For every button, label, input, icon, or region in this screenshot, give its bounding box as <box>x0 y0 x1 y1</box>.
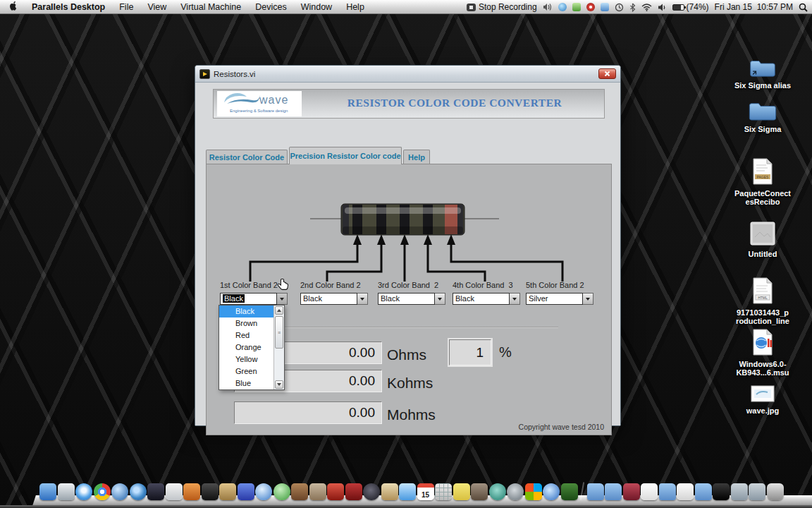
dock-icon-black-widget[interactable] <box>713 483 730 500</box>
spotlight-icon[interactable] <box>799 3 808 12</box>
bluetooth-icon[interactable] <box>629 3 636 12</box>
dropdown-option-red[interactable]: Red <box>219 329 273 341</box>
tab-help[interactable]: Help <box>403 150 430 164</box>
precision-tab-panel: 1st Color Band 2 2nd Color Band 2 3rd Co… <box>206 164 612 435</box>
dock-icon-stickies[interactable] <box>453 483 470 500</box>
folder-alias-icon <box>747 59 778 77</box>
dock-icon-safari[interactable] <box>75 483 92 500</box>
dropdown-option-orange[interactable]: Orange <box>219 341 273 353</box>
dock-icon-folder-3[interactable] <box>659 483 676 500</box>
desktop-icon-label: wave.jpg <box>729 406 796 415</box>
battery-icon <box>672 4 684 11</box>
dock-icon-gimp[interactable] <box>471 483 488 500</box>
dock-icon-green-app[interactable] <box>273 483 290 500</box>
dropdown-option-black[interactable]: Black <box>219 306 273 318</box>
dock-icon-sewing-machine[interactable] <box>309 483 326 500</box>
desktop-icon-paqueteconect[interactable]: PAGES PaqueteConect esRecibo <box>729 158 796 206</box>
dock-icon-app-window-1[interactable] <box>731 483 748 500</box>
battery-indicator[interactable]: (74%) <box>672 2 709 12</box>
scrollbar-thumb[interactable]: ≡ <box>275 316 283 349</box>
scroll-up-icon[interactable] <box>275 306 283 315</box>
dock-bottom-strip <box>0 505 812 508</box>
dock-icon-basket[interactable] <box>219 483 236 500</box>
dock-icon-ical[interactable]: 15 <box>417 483 434 500</box>
sync-clock-icon[interactable] <box>615 3 624 12</box>
band2-dropdown[interactable]: Black <box>300 293 368 305</box>
menu-view[interactable]: View <box>140 0 173 14</box>
dock-icon-black-utility[interactable] <box>202 483 219 500</box>
dock-icon-settings[interactable] <box>507 483 524 500</box>
apple-menu-icon[interactable] <box>4 1 25 12</box>
window-titlebar[interactable]: Resistors.vi <box>195 66 620 83</box>
dock-icon-time-machine[interactable] <box>489 483 506 500</box>
desktop-icon-windows-msu[interactable]: Windows6.0-KB943...6.msu <box>729 329 796 377</box>
dock-icon-network-globe[interactable] <box>543 483 560 500</box>
desktop-icon-wave-jpg[interactable]: wave.jpg <box>729 385 796 415</box>
dock-icon-iphoto[interactable] <box>381 483 398 500</box>
band1-value: Black <box>223 294 245 303</box>
dock-icon-folder-4[interactable] <box>695 483 712 500</box>
close-button[interactable] <box>598 68 616 79</box>
volume-icon[interactable] <box>658 4 667 11</box>
dropdown-option-blue[interactable]: Blue <box>219 377 273 389</box>
dock-icon-photo-booth[interactable] <box>363 483 380 500</box>
tab-resistor-color-code[interactable]: Resistor Color Code <box>206 150 288 164</box>
dock-icon-chrome[interactable] <box>94 483 111 500</box>
dock-icon-numbers[interactable] <box>166 483 183 500</box>
dropdown-option-yellow[interactable]: Yellow <box>219 353 273 365</box>
shared-folder-green-icon[interactable] <box>572 3 581 11</box>
dock-icon-itunes[interactable] <box>255 483 272 500</box>
dock-icon-white-stack[interactable] <box>677 483 694 500</box>
tolerance-field: 1 <box>449 339 491 365</box>
menu-virtual-machine[interactable]: Virtual Machine <box>173 0 248 14</box>
dock-icon-trash[interactable] <box>767 483 784 500</box>
dock-icon-finder[interactable] <box>39 483 56 500</box>
parallels-volume-icon[interactable] <box>543 3 553 11</box>
dock-icon-grid-app[interactable] <box>435 483 452 500</box>
band4-dropdown[interactable]: Black <box>453 293 520 305</box>
dock-icon-keynote[interactable] <box>183 483 200 500</box>
dropdown-option-brown[interactable]: Brown <box>219 318 273 329</box>
wifi-icon[interactable] <box>641 4 652 11</box>
stop-recording-button[interactable]: Stop Recording <box>467 2 537 12</box>
dock-icon-ink-writer[interactable] <box>147 483 164 500</box>
dock-icon-folder-1[interactable] <box>587 483 604 500</box>
clipboard-blue-icon[interactable] <box>601 3 609 11</box>
dock-icon-dvd-player[interactable] <box>345 483 362 500</box>
menu-help[interactable]: Help <box>339 0 371 14</box>
band5-dropdown[interactable]: Silver <box>526 293 593 305</box>
cd-red-icon[interactable] <box>586 3 595 11</box>
desktop-icon-six-sigma-alias[interactable]: Six Sigma alias <box>729 59 796 90</box>
dock-icon-folder-2[interactable] <box>605 483 622 500</box>
dock-icon-parallels-desktop[interactable] <box>111 483 128 500</box>
dock-icon-google-earth[interactable] <box>130 483 147 500</box>
menu-file[interactable]: File <box>112 0 140 14</box>
dock-icon-preview[interactable] <box>58 483 75 500</box>
dock-icon-parallels-windows[interactable] <box>525 483 542 500</box>
dock-icon-garageband[interactable] <box>291 483 308 500</box>
dock-icon-paint[interactable] <box>238 483 254 500</box>
dropdown-option-green[interactable]: Green <box>219 365 273 377</box>
desktop-icon-untitled[interactable]: Untitled <box>729 222 796 258</box>
network-globe-icon[interactable] <box>558 3 567 11</box>
menu-window[interactable]: Window <box>294 0 339 14</box>
dock-icon-front-row[interactable] <box>327 483 344 500</box>
menu-devices[interactable]: Devices <box>248 0 293 14</box>
tab-precision-resistor-color-code[interactable]: Precision Resistor Color code <box>289 147 402 164</box>
band5-dropdown-button[interactable] <box>583 293 593 305</box>
band3-dropdown-button[interactable] <box>435 293 445 305</box>
dock-icon-app-window-2[interactable] <box>749 483 765 500</box>
dropdown-scrollbar[interactable]: ≡ <box>273 306 284 389</box>
dock-icon-movie-app[interactable] <box>561 483 578 500</box>
desktop-icon-six-sigma[interactable]: Six Sigma <box>729 101 796 133</box>
dock-icon-parallels-box[interactable] <box>623 483 640 500</box>
dock-icon-ichat[interactable] <box>399 483 416 500</box>
menu-clock[interactable]: Fri Jan 15 10:57 PM <box>715 2 793 12</box>
band3-dropdown[interactable]: Black <box>378 293 445 305</box>
menu-parallels-desktop[interactable]: Parallels Desktop <box>25 0 112 14</box>
desktop-icon-production-line[interactable]: HTML 9171031443_p roduction_line <box>729 277 796 325</box>
scroll-down-icon[interactable] <box>275 380 283 389</box>
dock-icon-chart-document[interactable] <box>641 483 658 500</box>
band4-dropdown-button[interactable] <box>510 293 520 305</box>
band2-dropdown-button[interactable] <box>357 293 368 305</box>
